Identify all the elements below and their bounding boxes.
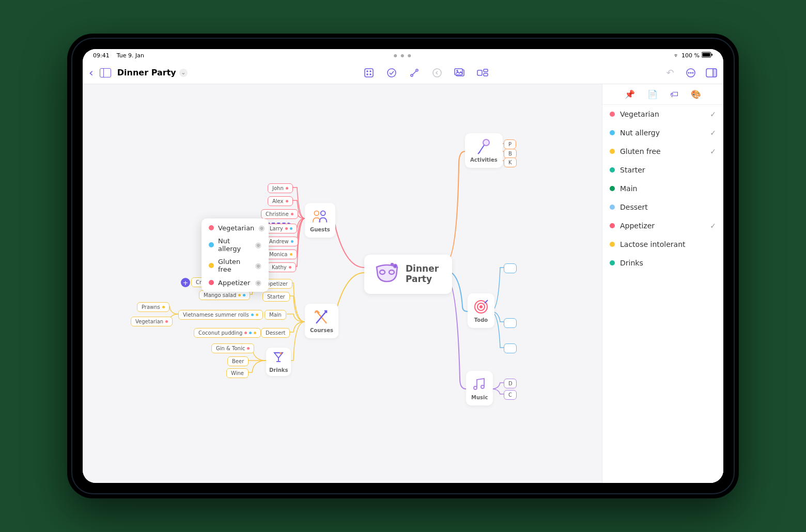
toolbar-left: ‹ Dinner Party ⌄ bbox=[89, 66, 188, 79]
utensils-icon bbox=[313, 309, 330, 325]
tag-popup[interactable]: Vegetarian◉ Nut allergy◉ Gluten free◉ Ap… bbox=[202, 218, 269, 292]
tag-tab-icon[interactable]: 🏷 bbox=[670, 89, 678, 99]
course-main[interactable]: Main bbox=[265, 310, 286, 320]
tag-drinks[interactable]: Drinks bbox=[602, 254, 723, 272]
todo-item-3[interactable] bbox=[504, 343, 517, 353]
music-node[interactable]: Music bbox=[466, 371, 493, 405]
tag-appetizer[interactable]: Appetizer✓ bbox=[602, 216, 723, 235]
connection-icon[interactable] bbox=[409, 67, 420, 79]
target-icon bbox=[473, 299, 489, 315]
music-item-2[interactable]: C bbox=[504, 390, 517, 400]
focus-icon[interactable] bbox=[363, 67, 375, 79]
pin-tab-icon[interactable]: 📌 bbox=[625, 89, 635, 99]
music-item-1[interactable]: D bbox=[504, 379, 517, 388]
guest-christine[interactable]: Christine bbox=[261, 209, 298, 219]
popup-vegetarian[interactable]: Vegetarian◉ bbox=[209, 224, 261, 232]
undo-icon[interactable]: ↶ bbox=[664, 67, 676, 79]
tag-starter[interactable]: Starter bbox=[602, 161, 723, 179]
chevron-down-icon[interactable]: ⌄ bbox=[179, 69, 188, 77]
eye-icon[interactable]: ◉ bbox=[258, 224, 265, 232]
todo-node[interactable]: Todo bbox=[468, 293, 494, 328]
back-button[interactable]: ‹ bbox=[89, 66, 94, 79]
back-nav-icon[interactable] bbox=[431, 67, 443, 79]
popup-nut[interactable]: Nut allergy◉ bbox=[209, 237, 261, 253]
svg-point-21 bbox=[692, 72, 693, 73]
tag-lactose[interactable]: Lactose intolerant bbox=[602, 235, 723, 254]
status-bar: 09:41 Tue 9. Jan ● ● ● ᯤ 100 % bbox=[83, 49, 723, 61]
guest-larry[interactable]: Larry bbox=[265, 224, 297, 233]
tag-list: Vegetarian✓ Nut allergy✓ Gluten free✓ St… bbox=[602, 105, 723, 483]
check-circle-icon[interactable] bbox=[386, 67, 397, 79]
food-summer-rolls[interactable]: Vietnamese summer rolls bbox=[178, 310, 263, 320]
right-panel-toggle-icon[interactable] bbox=[706, 67, 717, 79]
eye-icon[interactable]: ◉ bbox=[255, 278, 261, 287]
center-node[interactable]: Dinner Party bbox=[364, 255, 452, 294]
todo-item-2[interactable] bbox=[504, 318, 517, 328]
tag-gluten[interactable]: Gluten free✓ bbox=[602, 142, 723, 161]
svg-point-28 bbox=[391, 263, 393, 265]
drink-beer[interactable]: Beer bbox=[227, 356, 249, 366]
eye-icon[interactable]: ◉ bbox=[255, 241, 261, 249]
page-title-text: Dinner Party bbox=[117, 68, 176, 77]
check-icon: ✓ bbox=[710, 129, 716, 137]
tag-main[interactable]: Main bbox=[602, 179, 723, 198]
svg-point-27 bbox=[394, 264, 397, 268]
palette-tab-icon[interactable]: 🎨 bbox=[691, 89, 701, 99]
mic-icon bbox=[475, 138, 492, 155]
guest-kathy[interactable]: Kathy bbox=[267, 262, 296, 272]
mask-icon bbox=[375, 263, 399, 286]
eye-icon[interactable]: ◉ bbox=[255, 261, 261, 270]
sidebar-toggle-icon[interactable] bbox=[100, 68, 111, 77]
food-prawns[interactable]: Prawns bbox=[137, 302, 169, 312]
svg-point-11 bbox=[433, 69, 441, 77]
svg-point-14 bbox=[457, 70, 458, 71]
check-icon: ✓ bbox=[710, 222, 716, 230]
food-vegetarian[interactable]: Vegetarian bbox=[131, 317, 173, 326]
svg-point-33 bbox=[280, 352, 282, 354]
toolbar-center bbox=[194, 67, 658, 79]
mind-map-canvas[interactable]: Dinner Party Guests John Alex Christine … bbox=[83, 84, 602, 483]
todo-item-1[interactable] bbox=[504, 263, 517, 273]
check-icon: ✓ bbox=[710, 147, 716, 155]
course-dessert[interactable]: Dessert bbox=[261, 328, 290, 338]
battery-text: 100 % bbox=[681, 52, 700, 59]
courses-label: Courses bbox=[310, 327, 333, 333]
course-starter[interactable]: Starter bbox=[262, 292, 290, 302]
status-time: 09:41 bbox=[93, 52, 110, 59]
page-title[interactable]: Dinner Party ⌄ bbox=[117, 68, 188, 77]
guest-andrew[interactable]: Andrew bbox=[265, 237, 298, 246]
cocktail-icon bbox=[272, 351, 285, 365]
layout-icon[interactable] bbox=[477, 67, 488, 79]
svg-point-8 bbox=[388, 69, 396, 77]
tag-nut[interactable]: Nut allergy✓ bbox=[602, 123, 723, 142]
tag-vegetarian[interactable]: Vegetarian✓ bbox=[602, 105, 723, 123]
svg-point-6 bbox=[367, 74, 368, 75]
svg-point-34 bbox=[483, 139, 489, 146]
drink-gin[interactable]: Gin & Tonic bbox=[211, 343, 254, 353]
activities-node[interactable]: Activities bbox=[465, 133, 503, 168]
guest-monica[interactable]: Monica bbox=[265, 249, 297, 259]
activity-3[interactable]: K bbox=[504, 158, 517, 167]
svg-point-29 bbox=[315, 211, 319, 215]
svg-point-10 bbox=[416, 69, 418, 71]
multitask-dots-icon: ● ● ● bbox=[394, 53, 412, 58]
status-time-date: 09:41 Tue 9. Jan bbox=[93, 52, 144, 59]
course-drinks[interactable]: Drinks bbox=[266, 348, 291, 376]
image-icon[interactable] bbox=[454, 67, 466, 79]
svg-point-5 bbox=[370, 71, 371, 72]
add-node-button[interactable]: + bbox=[181, 278, 190, 287]
tag-dessert[interactable]: Dessert bbox=[602, 198, 723, 216]
food-pudding[interactable]: Coconut pudding bbox=[194, 328, 261, 338]
drink-wine[interactable]: Wine bbox=[226, 368, 249, 378]
courses-node[interactable]: Courses bbox=[305, 304, 338, 338]
guests-node[interactable]: Guests bbox=[305, 203, 335, 238]
content-area: Dinner Party Guests John Alex Christine … bbox=[83, 84, 723, 483]
doc-tab-icon[interactable]: 📄 bbox=[647, 89, 658, 99]
activity-1[interactable]: P bbox=[504, 139, 516, 149]
check-icon: ✓ bbox=[710, 110, 716, 118]
guest-john[interactable]: John bbox=[268, 183, 293, 193]
guest-alex[interactable]: Alex bbox=[268, 196, 293, 206]
popup-appetizer[interactable]: Appetizer◉ bbox=[209, 278, 261, 287]
more-icon[interactable] bbox=[685, 67, 696, 79]
popup-gluten[interactable]: Gluten free◉ bbox=[209, 258, 261, 273]
